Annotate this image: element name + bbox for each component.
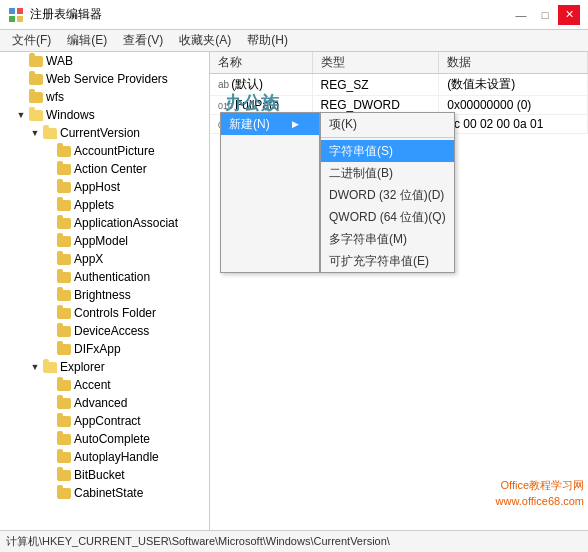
col-data: 数据 [439,52,588,74]
da-folder-icon [56,324,72,338]
bb-label: BitBucket [74,468,125,482]
tree-item-apphost[interactable]: ▶ AppHost [0,178,209,196]
ax-folder-icon [56,252,72,266]
tree-item-applets[interactable]: ▶ Applets [0,196,209,214]
tree-item-appcontract[interactable]: ▶ AppContract [0,412,209,430]
atc-folder-icon [56,432,72,446]
wab-label: WAB [46,54,73,68]
cv-label: CurrentVersion [60,126,140,140]
dx-folder-icon [56,342,72,356]
main-layout: ▶ WAB ▶ Web Service Providers ▶ wfs [0,52,588,530]
tree-item-wfs[interactable]: ▶ wfs [0,88,209,106]
cv-folder-icon [42,126,58,140]
auth-folder-icon [56,270,72,284]
tree-item-autoplay-handle[interactable]: ▶ AutoplayHandle [0,448,209,466]
col-type: 类型 [312,52,439,74]
accent-folder-icon [56,378,72,392]
dx-label: DIFxApp [74,342,121,356]
menu-bar: 文件(F) 编辑(E) 查看(V) 收藏夹(A) 帮助(H) [0,30,588,52]
menu-edit[interactable]: 编辑(E) [59,30,115,51]
submenu-item-qword-label: QWORD (64 位值)(Q) [329,209,446,226]
ax-label: AppX [74,252,103,266]
submenu-item-key[interactable]: 项(K) [321,113,454,135]
menu-help[interactable]: 帮助(H) [239,30,296,51]
tree-item-difxapp[interactable]: ▶ DIFxApp [0,340,209,358]
exp-folder-icon [42,360,58,374]
menu-file[interactable]: 文件(F) [4,30,59,51]
row-type-default: REG_SZ [312,74,439,96]
new-menu-label: 新建(N) [229,116,270,133]
svg-rect-0 [9,8,15,14]
window-title: 注册表编辑器 [30,6,102,23]
cf-folder-icon [56,306,72,320]
window-controls: — □ ✕ [510,5,580,25]
auth-label: Authentication [74,270,150,284]
status-text: 计算机\HKEY_CURRENT_USER\Software\Microsoft… [6,534,390,549]
row-name-default: ab(默认) [210,74,312,96]
apc-folder-icon [56,414,72,428]
submenu-item-multistring[interactable]: 多字符串值(M) [321,228,454,250]
tree-item-web-service-providers[interactable]: ▶ Web Service Providers [0,70,209,88]
submenu-item-key-label: 项(K) [329,116,357,133]
maximize-button[interactable]: □ [534,5,556,25]
aph-label: AutoplayHandle [74,450,159,464]
submenu-item-expandstring-label: 可扩充字符串值(E) [329,253,429,270]
tree-item-accountpicture[interactable]: ▶ AccountPicture [0,142,209,160]
new-menu-popup: 新建(N) ▶ [220,112,320,273]
submenu-item-binary[interactable]: 二进制值(B) [321,162,454,184]
tree-item-accent[interactable]: ▶ Accent [0,376,209,394]
tree-item-controls-folder[interactable]: ▶ Controls Folder [0,304,209,322]
bb-folder-icon [56,468,72,482]
tree-item-currentversion[interactable]: ▼ CurrentVersion [0,124,209,142]
tree-item-bitbucket[interactable]: ▶ BitBucket [0,466,209,484]
cf-label: Controls Folder [74,306,156,320]
table-row[interactable]: ab(默认) REG_SZ (数值未设置) [210,74,588,96]
close-button[interactable]: ✕ [558,5,580,25]
submenu-item-qword[interactable]: QWORD (64 位值)(Q) [321,206,454,228]
windows-label: Windows [46,108,95,122]
wsp-folder-icon [28,72,44,86]
am-folder-icon [56,234,72,248]
menu-view[interactable]: 查看(V) [115,30,171,51]
ah-label: AppHost [74,180,120,194]
submenu-item-string-label: 字符串值(S) [329,143,393,160]
submenu-container: 新建(N) ▶ 项(K) 字符串值(S) 二进制值(B) [220,112,455,273]
bottom-logo-1: Office教程学习网 [496,477,588,494]
tree-item-advanced[interactable]: ▶ Advanced [0,394,209,412]
tree-item-windows[interactable]: ▼ Windows [0,106,209,124]
tree-item-brightness[interactable]: ▶ Brightness [0,286,209,304]
tree-panel: ▶ WAB ▶ Web Service Providers ▶ wfs [0,52,210,530]
applets-folder-icon [56,198,72,212]
tree-item-device-access[interactable]: ▶ DeviceAccess [0,322,209,340]
tree-item-appmodel[interactable]: ▶ AppModel [0,232,209,250]
br-folder-icon [56,288,72,302]
submenu-popup: 项(K) 字符串值(S) 二进制值(B) DWORD (32 位值)(D) QW… [320,112,455,273]
ah-folder-icon [56,180,72,194]
new-menu-item[interactable]: 新建(N) ▶ [221,113,319,135]
br-label: Brightness [74,288,131,302]
row-data-settings: 0c 00 02 00 0a 01 [439,115,588,134]
submenu-item-multistring-label: 多字符串值(M) [329,231,407,248]
submenu-item-dword-label: DWORD (32 位值)(D) [329,187,444,204]
tree-item-action-center[interactable]: ▶ Action Center [0,160,209,178]
tree-item-cabinetstate[interactable]: ▶ CabinetState [0,484,209,502]
svg-rect-1 [17,8,23,14]
tree-item-authentication[interactable]: ▶ Authentication [0,268,209,286]
exp-label: Explorer [60,360,105,374]
minimize-button[interactable]: — [510,5,532,25]
tree-item-autocomplete[interactable]: ▶ AutoComplete [0,430,209,448]
row-data-fullpath: 0x00000000 (0) [439,96,588,115]
tree-item-appAssociat[interactable]: ▶ ApplicationAssociat [0,214,209,232]
submenu-item-dword[interactable]: DWORD (32 位值)(D) [321,184,454,206]
menu-favorites[interactable]: 收藏夹(A) [171,30,239,51]
tree-scroll[interactable]: ▶ WAB ▶ Web Service Providers ▶ wfs [0,52,209,530]
tree-item-appx[interactable]: ▶ AppX [0,250,209,268]
submenu-item-string[interactable]: 字符串值(S) [321,140,454,162]
submenu-item-expandstring[interactable]: 可扩充字符串值(E) [321,250,454,272]
windows-folder-icon [28,108,44,122]
tree-item-explorer[interactable]: ▼ Explorer [0,358,209,376]
exp-arrow: ▼ [28,360,42,374]
aph-folder-icon [56,450,72,464]
right-panel: 名称 类型 数据 ab(默认) REG_SZ (数值未设置) 010FullPa… [210,52,588,530]
tree-item-wab[interactable]: ▶ WAB [0,52,209,70]
